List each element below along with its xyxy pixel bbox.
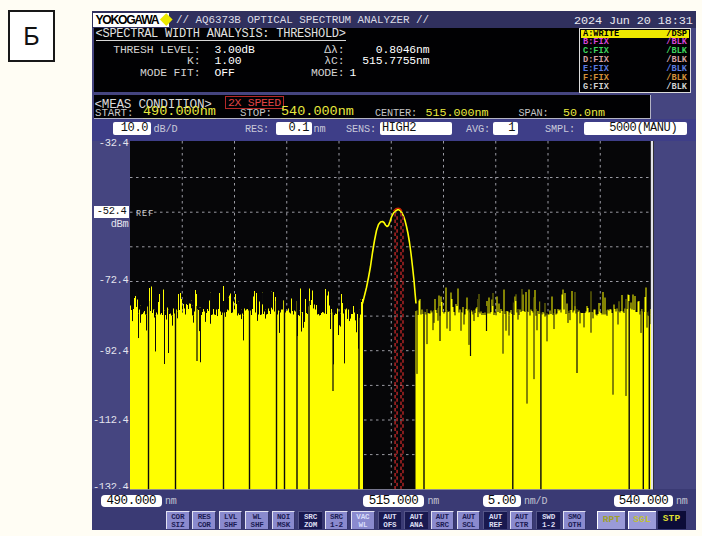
svg-text:REF: REF (136, 208, 154, 218)
